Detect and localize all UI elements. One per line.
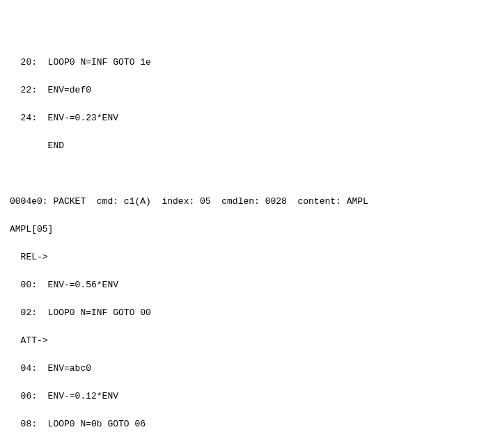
instruction: LOOP0 N=INF GOTO 1e (48, 57, 151, 67)
line-number: 08: (10, 419, 48, 429)
section-label: REL-> (10, 250, 477, 264)
line-number: 20: (10, 57, 48, 67)
blank-line (10, 167, 477, 181)
instruction: ENV=def0 (48, 85, 91, 95)
line-number: 24: (10, 113, 48, 123)
code-line: 08: LOOP0 N=0b GOTO 06 (10, 417, 477, 431)
section-label: ATT-> (10, 334, 477, 348)
packet-header: 0004e0: PACKET cmd: c1(A) index: 05 cmdl… (10, 195, 477, 209)
end-marker: END (48, 141, 64, 151)
line-number: 04: (10, 363, 48, 374)
instruction: ENV-=0.23*ENV (48, 113, 118, 123)
line-number: 22: (10, 85, 48, 95)
line-number: 06: (10, 391, 48, 401)
line-number: 00: (10, 280, 48, 290)
instruction: LOOP0 N=INF GOTO 00 (48, 307, 151, 318)
instruction: ENV-=0.56*ENV (48, 280, 118, 290)
line-number (10, 141, 48, 151)
instruction: LOOP0 N=0b GOTO 06 (48, 419, 146, 429)
instruction: ENV-=0.12*ENV (48, 391, 118, 401)
code-line: 22: ENV=def0 (10, 83, 477, 97)
code-line: 24: ENV-=0.23*ENV (10, 111, 477, 125)
code-line: 0a: ENV=abc0 (10, 445, 477, 448)
code-line: END (10, 139, 477, 153)
code-line: 20: LOOP0 N=INF GOTO 1e (10, 56, 477, 70)
code-line: 00: ENV-=0.56*ENV (10, 278, 477, 292)
code-line: 02: LOOP0 N=INF GOTO 00 (10, 306, 477, 320)
instruction: ENV=abc0 (48, 363, 91, 374)
code-line: 04: ENV=abc0 (10, 362, 477, 376)
line-number: 02: (10, 307, 48, 318)
code-line: 06: ENV-=0.12*ENV (10, 390, 477, 403)
packet-title: AMPL[05] (10, 223, 477, 237)
